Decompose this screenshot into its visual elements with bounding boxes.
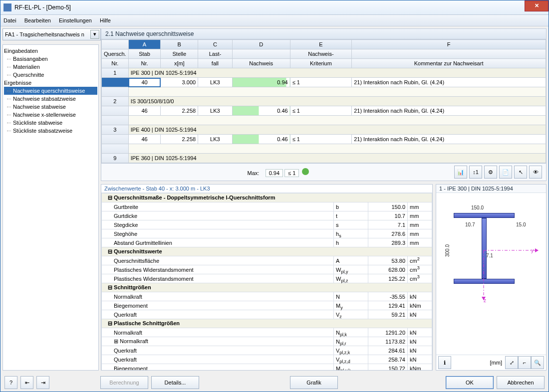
tree-item-stueckliste-stabsatzweise[interactable]: Stückliste stabsatzweise (4, 127, 97, 135)
sort-button[interactable]: ↕1 (469, 166, 482, 179)
tree-item-nachweise-stabweise[interactable]: Nachweise stabweise (4, 103, 97, 111)
loadcase-combo[interactable]: FA1 - Tragsicherheitsnachweis n ▾ (2, 28, 101, 40)
menu-settings[interactable]: Einstellungen (59, 17, 92, 23)
tree-item-nachweise-querschnittsweise[interactable]: Nachweise querschnittsweise (4, 87, 97, 95)
axis-lines (451, 210, 541, 310)
grid-toolbar: 📊 ↕1 ⚙ 📄 ↖ 👁 (454, 166, 542, 179)
ok-button[interactable]: OK (446, 376, 494, 389)
app-icon (3, 3, 11, 11)
menu-file[interactable]: Datei (3, 17, 16, 23)
dim-width: 150.0 (471, 205, 484, 210)
section-preview: 1 - IPE 300 | DIN 1025-5:1994 150.0 10.7… (436, 184, 547, 371)
zoom-button[interactable]: 🔍 (531, 356, 544, 369)
tree-group-input[interactable]: Eingabedaten (4, 47, 97, 55)
titlebar: RF-EL-PL - [Demo-5] ✕ (0, 0, 549, 15)
prev-button[interactable]: ⇤ (20, 376, 33, 389)
max-criterion: ≤ 1 (284, 169, 299, 177)
tree-item-basisangaben[interactable]: Basisangaben (4, 55, 97, 63)
menu-edit[interactable]: Bearbeiten (24, 17, 51, 23)
tree-item-nachweise-xstellenweise[interactable]: Nachweise x-stellenweise (4, 111, 97, 119)
chevron-down-icon: ▾ (90, 30, 99, 39)
nav-tree: Eingabedaten Basisangaben Materialien Qu… (2, 44, 99, 371)
detail-panel: Zwischenwerte - Stab 40 - x: 3.000 m - L… (101, 184, 433, 371)
tree-group-results[interactable]: Ergebnisse (4, 79, 97, 87)
menubar: Datei Bearbeiten Einstellungen Hilfe (0, 15, 549, 26)
main-title: 2.1 Nachweise querschnittsweise (101, 28, 547, 39)
loadcase-combo-value: FA1 - Tragsicherheitsnachweis n (5, 31, 84, 37)
svg-marker-3 (482, 297, 486, 300)
info-button[interactable]: ℹ (438, 356, 451, 369)
tree-item-materialien[interactable]: Materialien (4, 63, 97, 71)
preview-unit: [mm] (451, 360, 505, 366)
details-button[interactable]: Details... (151, 376, 199, 389)
calc-button[interactable]: Berechnung (100, 376, 148, 389)
preview-canvas[interactable]: 150.0 10.7 15.0 300.0 7.1 y z (436, 193, 546, 355)
axis-button[interactable]: ⤢ (505, 356, 518, 369)
svg-marker-1 (535, 248, 539, 252)
select-button[interactable]: ↖ (514, 166, 527, 179)
results-grid[interactable]: ABCDEFQuersch.StabStelleLast-Nachweis-Nr… (101, 39, 547, 164)
settings-button[interactable]: ⚙ (484, 166, 497, 179)
close-button[interactable]: ✕ (525, 0, 549, 11)
tree-item-nachweise-stabsatzweise[interactable]: Nachweise stabsatzweise (4, 95, 97, 103)
help-button[interactable]: ? (4, 376, 17, 389)
dim-height: 300.0 (445, 244, 450, 257)
detail-title: Zwischenwerte - Stab 40 - x: 3.000 m - L… (101, 185, 432, 193)
preview-title: 1 - IPE 300 | DIN 1025-5:1994 (436, 185, 546, 193)
main-panel: 2.1 Nachweise querschnittsweise ABCDEFQu… (101, 28, 547, 371)
tree-item-stueckliste-stabweise[interactable]: Stückliste stabweise (4, 119, 97, 127)
filter-button[interactable]: 📊 (454, 166, 467, 179)
frame-button[interactable]: ⌐ (518, 356, 531, 369)
next-button[interactable]: ⇥ (36, 376, 49, 389)
max-summary: Max: 0.94 ≤ 1 📊 ↕1 ⚙ 📄 ↖ 👁 (101, 164, 547, 181)
max-label: Max: (248, 170, 260, 176)
menu-help[interactable]: Hilfe (100, 17, 111, 23)
status-ok-icon (302, 168, 309, 175)
window-title: RF-EL-PL - [Demo-5] (14, 4, 546, 11)
view-button[interactable]: 👁 (529, 166, 542, 179)
grafik-button[interactable]: Grafik (290, 376, 338, 389)
max-value: 0.94 (266, 169, 283, 177)
detail-scroll[interactable]: ⊟ Querschnittsmaße - Doppeltsymmetrische… (101, 193, 432, 370)
tree-item-querschnitte[interactable]: Querschnitte (4, 71, 97, 79)
cancel-button[interactable]: Abbrechen (497, 376, 545, 389)
export-button[interactable]: 📄 (499, 166, 512, 179)
dialog-footer: ? ⇤ ⇥ Berechnung Details... Grafik OK Ab… (0, 373, 549, 392)
app-window: RF-EL-PL - [Demo-5] ✕ Datei Bearbeiten E… (0, 0, 549, 392)
